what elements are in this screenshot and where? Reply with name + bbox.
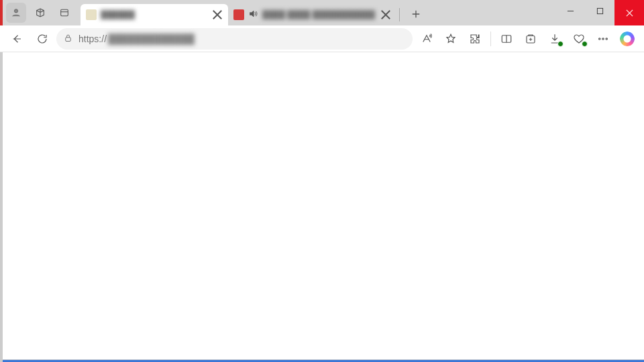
svg-rect-5: [66, 37, 71, 41]
collections-button[interactable]: [519, 28, 542, 50]
close-icon: [379, 8, 392, 21]
window-close-button[interactable]: [614, 0, 644, 25]
workspaces-button[interactable]: [30, 3, 50, 23]
collections-icon: [525, 33, 537, 45]
downloads-button[interactable]: [543, 28, 566, 50]
browser-essentials-button[interactable]: [568, 28, 590, 50]
titlebar: ██████ ████ ████ ███████████: [0, 0, 644, 25]
url-text: https://█████████████: [78, 34, 406, 44]
tab-title: ████ ████ ███████████: [262, 10, 375, 19]
person-icon: [11, 7, 21, 18]
tab-overview-icon: [59, 7, 70, 18]
more-button[interactable]: [592, 28, 614, 50]
refresh-button[interactable]: [31, 28, 54, 50]
favorite-button[interactable]: [439, 28, 462, 50]
copilot-button[interactable]: [616, 28, 639, 50]
back-button[interactable]: [5, 28, 28, 50]
window-controls: [555, 0, 644, 25]
tab-active[interactable]: ██████: [80, 4, 228, 25]
star-icon: [445, 33, 457, 45]
cube-icon: [35, 7, 46, 18]
address-bar[interactable]: https://█████████████: [56, 28, 413, 50]
svg-point-10: [602, 38, 604, 39]
audio-playing-icon[interactable]: [248, 9, 258, 21]
status-dot-icon: [582, 41, 588, 47]
plus-icon: [411, 9, 421, 19]
svg-point-0: [14, 9, 17, 13]
refresh-icon: [36, 33, 48, 45]
favicon-icon: [233, 9, 244, 20]
maximize-button[interactable]: [585, 0, 614, 21]
url-scheme: https://: [78, 34, 107, 44]
accent-stripe: [0, 0, 3, 25]
tab-inactive[interactable]: ████ ████ ███████████: [228, 4, 396, 25]
ellipsis-icon: [597, 33, 609, 45]
separator: [490, 32, 491, 46]
tab-title: ██████: [101, 10, 207, 19]
svg-rect-4: [597, 8, 602, 13]
toolbar: https://█████████████: [0, 25, 644, 52]
tab-close-button[interactable]: [211, 8, 224, 21]
close-icon: [211, 8, 224, 21]
tab-strip: ██████ ████ ████ ███████████: [80, 0, 425, 25]
read-aloud-icon: [421, 33, 433, 45]
puzzle-icon: [469, 33, 481, 45]
split-screen-button[interactable]: [495, 28, 518, 50]
profile-button[interactable]: [6, 3, 26, 23]
close-icon: [626, 9, 633, 17]
url-host-obscured: █████████████: [108, 34, 195, 44]
minimize-icon: [567, 7, 574, 15]
page-viewport[interactable]: [3, 52, 644, 359]
favicon-icon: [86, 9, 97, 20]
tab-actions-button[interactable]: [54, 3, 74, 23]
svg-point-11: [606, 38, 607, 39]
copilot-icon: [620, 32, 635, 46]
svg-point-9: [599, 38, 600, 39]
toolbar-right: [415, 28, 639, 50]
tab-close-button[interactable]: [379, 8, 392, 21]
tab-separator: [399, 8, 400, 21]
arrow-left-icon: [11, 33, 23, 45]
maximize-icon: [596, 7, 604, 15]
status-dot-icon: [557, 41, 564, 47]
svg-rect-1: [61, 9, 68, 15]
read-aloud-button[interactable]: [415, 28, 438, 50]
minimize-button[interactable]: [555, 0, 585, 21]
split-icon: [500, 33, 513, 45]
extensions-button[interactable]: [464, 28, 486, 50]
lock-icon: [63, 33, 73, 45]
new-tab-button[interactable]: [407, 5, 425, 23]
